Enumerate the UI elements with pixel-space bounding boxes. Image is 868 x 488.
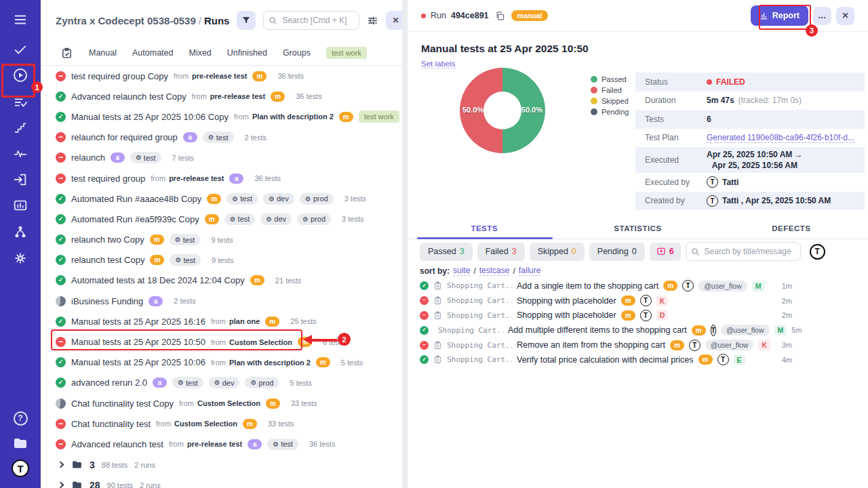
user-avatar[interactable]: T bbox=[12, 460, 29, 477]
tests-count: 33 tests bbox=[291, 399, 317, 407]
test-list-item[interactable]: Shopping Cart... Remove an item from the… bbox=[408, 338, 868, 352]
env-tag: test bbox=[170, 234, 201, 245]
sort-by-failure[interactable]: failure bbox=[519, 266, 541, 276]
report-button[interactable]: Report bbox=[751, 5, 808, 26]
pending-dot bbox=[591, 108, 597, 115]
run-list-item[interactable]: test required group Copy from pre-releas… bbox=[41, 66, 402, 86]
donut-hole bbox=[484, 92, 521, 129]
tab-manual[interactable]: Manual bbox=[89, 48, 117, 58]
search-input[interactable] bbox=[263, 11, 359, 30]
assignee-avatar: T bbox=[640, 295, 652, 306]
set-labels-link[interactable]: Set labels bbox=[421, 60, 456, 68]
tab-mixed[interactable]: Mixed bbox=[189, 48, 211, 58]
run-list-item[interactable]: Manual tests at 25 Apr 2025 16:16 from p… bbox=[41, 311, 402, 331]
activity-icon[interactable] bbox=[12, 145, 29, 163]
test-tag: @user_flow bbox=[705, 340, 754, 350]
test-list-item[interactable]: Shopping Cart... Shopping with placehold… bbox=[408, 293, 868, 308]
tests-count: 36 tests bbox=[277, 72, 304, 80]
list-check-icon[interactable] bbox=[12, 94, 29, 111]
test-list-item[interactable]: Shopping Cart... Add multiple different … bbox=[408, 323, 868, 338]
test-plan-link[interactable]: Generated 1190e08b-ca96-4f26-b10f-d... bbox=[707, 133, 854, 143]
tab-unfinished[interactable]: Unfinished bbox=[227, 48, 267, 58]
filter-funnel-button[interactable] bbox=[237, 11, 256, 30]
check-icon[interactable] bbox=[12, 41, 29, 58]
run-type-badge: m bbox=[252, 71, 267, 81]
tab-tests[interactable]: TESTS bbox=[408, 218, 561, 239]
suite-name: Shopping Cart... bbox=[447, 311, 512, 320]
sort-by-suite[interactable]: suite bbox=[453, 266, 470, 276]
run-title: relaunch for required group bbox=[71, 132, 178, 142]
assignee-avatar-filter[interactable]: T bbox=[810, 244, 825, 260]
run-list-item[interactable]: Chat functinality test Copy from Custom … bbox=[41, 393, 402, 413]
run-list-item[interactable]: Manual tests at 25 Apr 2025 10:06 from P… bbox=[41, 352, 402, 373]
test-type-badge: m bbox=[621, 296, 635, 306]
run-list-item[interactable]: Advanced relaunch test Copy from pre-rel… bbox=[41, 86, 402, 106]
more-actions-button[interactable] bbox=[813, 7, 831, 25]
runs-play-icon[interactable] bbox=[12, 66, 29, 84]
list-scrollbar[interactable] bbox=[402, 0, 407, 488]
filter-failed[interactable]: Failed3 bbox=[477, 243, 525, 261]
legend-skipped: Skipped bbox=[591, 97, 629, 105]
run-group-folder[interactable]: 28 90 tests 2 runs bbox=[41, 475, 402, 488]
run-list-item[interactable]: relaunch a test 7 tests bbox=[41, 148, 402, 168]
run-list-item[interactable]: test required group from pre-release tes… bbox=[41, 168, 402, 188]
run-type-badge: a bbox=[183, 132, 197, 142]
run-type-badge: manual bbox=[511, 10, 549, 21]
filter-skipped[interactable]: Skipped0 bbox=[530, 243, 585, 261]
test-list-item[interactable]: Shopping Cart... Verify total price calc… bbox=[408, 352, 868, 367]
menu-icon[interactable] bbox=[12, 11, 29, 28]
comments-filter[interactable]: 6 bbox=[650, 243, 681, 261]
run-list-item[interactable]: Automated tests at 18 Dec 2024 12:04 Cop… bbox=[41, 270, 402, 291]
run-filter-tabs: Manual Automated Mixed Unfinished Groups… bbox=[41, 41, 407, 66]
annotation-step-2: 2 bbox=[338, 333, 351, 346]
run-label: Run bbox=[431, 11, 446, 20]
run-list-item[interactable]: advanced rerun 2.0 a test dev prod 5 tes… bbox=[41, 373, 402, 393]
duration-value: 5m 47s bbox=[707, 96, 734, 105]
test-status-icon bbox=[420, 326, 429, 335]
tests-count: 21 tests bbox=[275, 277, 302, 285]
tab-automated[interactable]: Automated bbox=[132, 48, 173, 58]
run-type-badge: m bbox=[150, 255, 164, 265]
sign-in-icon[interactable] bbox=[12, 171, 29, 188]
filter-pending[interactable]: Pending0 bbox=[589, 243, 645, 261]
test-list-item[interactable]: Shopping Cart... Shopping with placehold… bbox=[408, 308, 868, 323]
bar-chart-icon[interactable] bbox=[12, 197, 29, 214]
help-icon[interactable] bbox=[12, 409, 29, 427]
run-list-item[interactable]: Chat functinality test from Custom Selec… bbox=[41, 413, 402, 434]
tab-defects[interactable]: DEFECTS bbox=[715, 218, 868, 239]
close-detail-button[interactable] bbox=[836, 7, 854, 25]
run-plan-name: Custom Selection bbox=[174, 420, 237, 428]
test-status-icon bbox=[420, 296, 429, 305]
test-list-item[interactable]: Shopping Cart... Add a single item to th… bbox=[408, 279, 868, 293]
tests-count: 2 tests bbox=[174, 297, 195, 305]
sort-by-testcase[interactable]: testcase bbox=[479, 266, 510, 276]
tab-groups[interactable]: Groups bbox=[283, 48, 311, 58]
tab-statistics[interactable]: STATISTICS bbox=[561, 218, 714, 239]
run-status-icon bbox=[56, 132, 66, 142]
projects-folder-icon[interactable] bbox=[12, 434, 29, 452]
run-list-item[interactable]: relaunch test Copy m test 9 tests bbox=[41, 250, 402, 270]
steps-icon[interactable] bbox=[12, 119, 29, 137]
run-group-folder[interactable]: 3 88 tests 2 runs bbox=[41, 455, 402, 475]
test-search-input[interactable] bbox=[686, 242, 801, 261]
adjustments-icon[interactable] bbox=[367, 14, 378, 27]
copy-icon[interactable] bbox=[495, 11, 505, 21]
run-list-item[interactable]: Advanced relaunch test from pre-release … bbox=[41, 434, 402, 454]
folder-icon bbox=[71, 459, 83, 470]
detail-row-executed-by: Executed by TTatti bbox=[635, 173, 865, 192]
clipboard-check-icon[interactable] bbox=[60, 46, 73, 60]
executor-initial-badge: M bbox=[752, 281, 765, 291]
branch-icon[interactable] bbox=[12, 223, 29, 241]
close-icon bbox=[392, 16, 399, 25]
filter-passed[interactable]: Passed3 bbox=[420, 243, 473, 261]
test-duration: 2m bbox=[782, 297, 792, 305]
test-filters: Passed3 Failed3 Skipped0 Pending0 6 T bbox=[420, 241, 861, 262]
settings-gear-icon[interactable] bbox=[12, 249, 29, 267]
run-list-item[interactable]: relaunch two Copy m test 9 tests bbox=[41, 230, 402, 250]
run-list-item[interactable]: relaunch for required group a test 2 tes… bbox=[41, 127, 402, 148]
active-filter-badge[interactable]: test work bbox=[326, 47, 367, 59]
run-list-item[interactable]: Automated Run #aaace48b Copy m test dev … bbox=[41, 188, 402, 209]
run-list-item[interactable]: Manual tests at 25 Apr 2025 10:06 Copy f… bbox=[41, 106, 402, 127]
run-list-item[interactable]: iBusiness Funding a 2 tests bbox=[41, 291, 402, 311]
run-list-item[interactable]: Automated Run #ea5f939c Copy m test dev … bbox=[41, 209, 402, 229]
